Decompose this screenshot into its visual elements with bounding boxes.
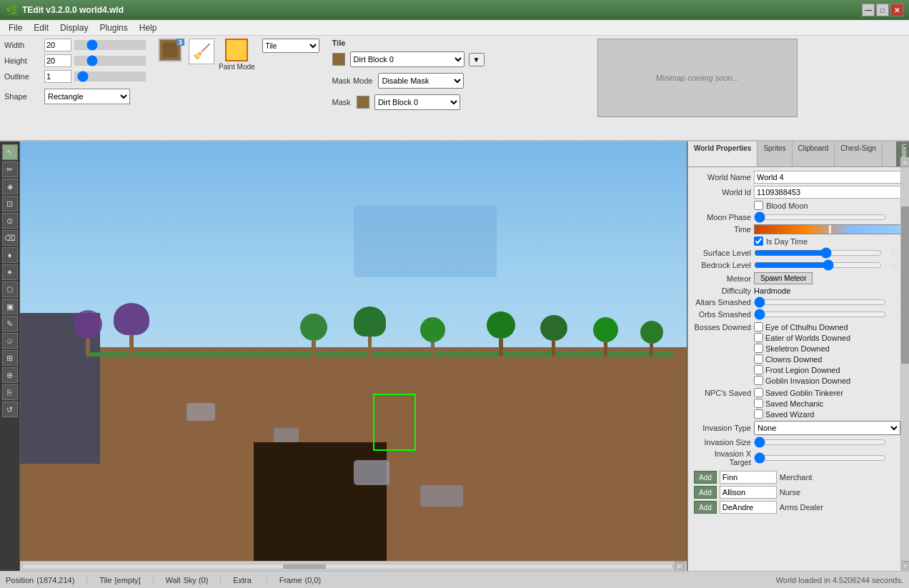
invasion-x-row: Invasion X Target 0	[694, 449, 903, 467]
npc-name-input-0[interactable]	[720, 471, 777, 484]
invasion-type-select[interactable]: None Goblin Invasion Frost Legion	[754, 421, 900, 435]
altars-smashed-slider[interactable]	[754, 297, 886, 307]
wire-tool-btn[interactable]: ⊞	[2, 350, 18, 366]
boss-1-checkbox[interactable]	[754, 333, 763, 342]
spawn-meteor-button[interactable]: Spawn Meteor	[754, 272, 813, 284]
height-slider[interactable]	[74, 56, 146, 66]
world-name-input[interactable]	[754, 171, 903, 184]
point-tool-btn[interactable]: ⊕	[2, 367, 18, 383]
tab-world-properties[interactable]: World Properties	[688, 141, 758, 166]
pencil-tool-btn[interactable]: ✏	[2, 161, 18, 177]
tab-sprites[interactable]: Sprites	[758, 141, 792, 166]
is-day-checkbox[interactable]	[754, 236, 763, 246]
minimap-area: Minimap coming soon...	[597, 39, 798, 117]
is-day-row: Is Day Time	[754, 236, 903, 246]
wall-label: Wall	[165, 576, 180, 584]
horizontal-scrollbar[interactable]: ▶	[20, 561, 687, 571]
rock-4	[420, 485, 463, 507]
paint-mode-button[interactable]	[225, 39, 248, 61]
scroll-thumb-h[interactable]	[283, 564, 326, 569]
minimap-text: Minimap coming soon...	[656, 74, 739, 82]
right-panel: World Properties Sprites Clipboard Chest…	[687, 141, 909, 571]
tile-select[interactable]: Dirt Block 0	[350, 51, 465, 67]
eyedrop-tool-btn[interactable]: ⊙	[2, 213, 18, 229]
maximize-button[interactable]: □	[876, 4, 889, 16]
scroll-thumb-v[interactable]	[901, 206, 909, 364]
world-id-label: World Id	[694, 188, 751, 196]
blood-moon-checkbox[interactable]	[754, 201, 763, 210]
menu-help[interactable]: Help	[134, 21, 163, 34]
scroll-down-btn[interactable]: ▼	[901, 561, 909, 571]
close-button[interactable]: ✕	[890, 4, 903, 16]
npc-saved-0-checkbox[interactable]	[754, 388, 763, 397]
minimap-placeholder: Minimap coming soon...	[490, 39, 905, 117]
npc-name-input-1[interactable]	[720, 486, 777, 499]
mask-mode-select[interactable]: Disable Mask Enable Mask	[378, 73, 464, 89]
undo-tool-btn[interactable]: ↺	[2, 402, 18, 417]
minimize-button[interactable]: —	[862, 4, 875, 16]
boss-5-checkbox[interactable]	[754, 376, 763, 385]
invasion-x-slider[interactable]	[754, 453, 886, 463]
menu-plugins[interactable]: Plugins	[94, 21, 133, 34]
mode-select[interactable]: Tile Wall Liquid	[262, 39, 319, 53]
npc-add-btn-2[interactable]: Add	[694, 501, 717, 514]
npc-add-btn-0[interactable]: Add	[694, 471, 717, 484]
boss-3-checkbox[interactable]	[754, 354, 763, 364]
npcs-saved-list: Saved Goblin Tinkerer Saved Mechanic Sav…	[754, 388, 843, 419]
erase-tool-btn[interactable]: ⌫	[2, 230, 18, 246]
menu-display[interactable]: Display	[54, 21, 94, 34]
invasion-size-slider[interactable]	[754, 437, 886, 447]
menu-file[interactable]: File	[3, 21, 28, 34]
npc-tool-btn[interactable]: ☺	[2, 333, 18, 349]
height-input[interactable]	[44, 54, 71, 67]
bedrock-level-slider[interactable]	[754, 260, 882, 270]
moon-phase-slider[interactable]	[754, 212, 886, 222]
world-id-input[interactable]	[754, 186, 903, 199]
npc-name-input-2[interactable]	[720, 501, 777, 514]
paste-tool-btn[interactable]: ⎘	[2, 384, 18, 400]
time-slider-visual[interactable]	[754, 224, 903, 234]
menu-edit[interactable]: Edit	[28, 21, 54, 34]
boss-2-checkbox[interactable]	[754, 344, 763, 353]
npc-add-row-1: Add Nurse	[694, 486, 903, 499]
time-marker	[829, 225, 831, 234]
tree-green-4	[487, 312, 515, 357]
canvas-area[interactable]: ▶	[20, 141, 687, 571]
boss-4-checkbox[interactable]	[754, 365, 763, 374]
morph-tool-btn[interactable]: ⬡	[2, 281, 18, 297]
wand-tool-btn[interactable]: ✦	[2, 264, 18, 280]
width-slider[interactable]	[74, 40, 146, 50]
rect-select-tool-btn[interactable]: ⊡	[2, 196, 18, 211]
surface-level-slider[interactable]	[754, 248, 882, 258]
panel-scrollbar[interactable]: ▲ ▼	[900, 157, 909, 571]
npc-saved-1-checkbox[interactable]	[754, 399, 763, 408]
npc-add-btn-1[interactable]: Add	[694, 486, 717, 499]
position-seg: Position (1874,214)	[6, 576, 74, 584]
boss-0-checkbox[interactable]	[754, 322, 763, 332]
shape-select[interactable]: Rectangle Circle Line	[44, 89, 130, 104]
scroll-track-h[interactable]	[22, 564, 673, 569]
frame-label: Frame	[279, 576, 302, 584]
tab-chest-sign[interactable]: Chest-Sign	[835, 141, 882, 166]
eraser-button[interactable]: 🧹	[189, 39, 214, 64]
sprite-tool-btn[interactable]: ♦	[2, 247, 18, 263]
chest-tool-btn[interactable]: ▣	[2, 299, 18, 314]
scroll-right-btn[interactable]: ▶	[675, 562, 685, 572]
width-input[interactable]	[44, 39, 71, 51]
npc-saved-2-checkbox[interactable]	[754, 409, 763, 419]
outline-slider[interactable]	[74, 71, 146, 81]
tile-dropdown-btn[interactable]: ▼	[469, 53, 485, 66]
boss-row-0: Eye of Cthulhu Downed	[754, 322, 850, 332]
sign-tool-btn[interactable]: ✎	[2, 316, 18, 332]
outline-input[interactable]	[44, 70, 71, 83]
tab-clipboard[interactable]: Clipboard	[793, 141, 835, 166]
boss-row-2: Skeletron Downed	[754, 344, 850, 353]
scroll-up-btn[interactable]: ▲	[901, 157, 909, 167]
scroll-track-v[interactable]	[901, 167, 909, 561]
world-name-row: World Name	[694, 171, 903, 184]
fill-tool-btn[interactable]: ◈	[2, 179, 18, 194]
select-tool-btn[interactable]: ↖	[2, 144, 18, 160]
rock-1	[187, 403, 215, 421]
mask-select[interactable]: Dirt Block 0	[374, 94, 460, 110]
orbs-smashed-slider[interactable]	[754, 309, 886, 319]
